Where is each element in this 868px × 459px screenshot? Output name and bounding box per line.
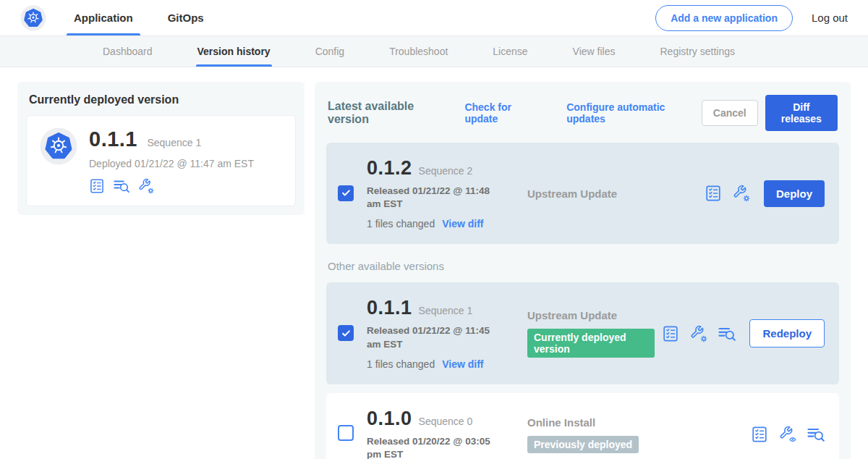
files-changed-label: 1 files changed — [367, 358, 435, 370]
lines-magnifier-icon[interactable] — [718, 325, 736, 342]
deployed-sequence-label: Sequence 1 — [147, 137, 201, 148]
files-changed-label: 1 files changed — [367, 218, 435, 230]
subnav-tab-config[interactable]: Config — [314, 36, 346, 67]
subnav-tab-dashboard[interactable]: Dashboard — [101, 36, 154, 67]
deployed-version-card: 0.1.1 Sequence 1 Deployed 01/21/22 @ 11:… — [26, 115, 296, 206]
logout-link[interactable]: Log out — [812, 12, 848, 24]
version-row-0.1.1: 0.1.1Sequence 1Released 01/21/22 @ 11:45… — [326, 282, 839, 384]
latest-version-title: Latest available version — [328, 100, 438, 126]
lines-magnifier-icon[interactable] — [807, 426, 825, 443]
released-timestamp: Released 01/21/22 @ 11:48 am EST — [367, 185, 504, 211]
diff-releases-button[interactable]: Diff releases — [765, 95, 838, 131]
deployed-timestamp: Deployed 01/21/22 @ 11:47 am EST — [89, 158, 254, 169]
released-timestamp: Released 01/21/22 @ 11:45 am EST — [367, 324, 504, 350]
tab-gitops[interactable]: GitOps — [161, 0, 211, 35]
version-number: 0.1.2 — [367, 157, 412, 179]
schedule-update-icon — [551, 106, 562, 119]
status-badge: Currently deployed version — [527, 329, 655, 358]
released-timestamp: Released 01/20/22 @ 03:05 pm EST — [367, 435, 504, 459]
subnav-tab-registry-settings[interactable]: Registry settings — [658, 36, 736, 67]
check-for-update-link[interactable]: Check for update — [449, 101, 534, 125]
version-source-label: Upstream Update — [527, 309, 655, 321]
configure-automatic-updates-label: Configure automatic updates — [566, 101, 684, 125]
currently-deployed-title: Currently deployed version — [29, 93, 293, 106]
version-checkbox-0.1.2[interactable] — [338, 185, 354, 201]
sequence-label: Sequence 1 — [419, 305, 473, 316]
wrench-gear-icon[interactable] — [138, 178, 154, 194]
subnav-tab-troubleshoot[interactable]: Troubleshoot — [388, 36, 449, 67]
redeploy-button[interactable]: Redeploy — [749, 319, 825, 348]
kubernetes-logo — [20, 0, 46, 35]
deployed-version-number: 0.1.1 — [89, 127, 137, 151]
lines-magnifier-icon[interactable] — [114, 178, 129, 194]
top-header: Application GitOps Add a new application… — [0, 0, 868, 36]
version-row-0.1.0: 0.1.0Sequence 0Released 01/20/22 @ 03:05… — [326, 393, 839, 459]
currently-deployed-panel: Currently deployed version 0.1.1 Sequenc… — [17, 82, 305, 215]
view-diff-link[interactable]: View diff — [442, 218, 483, 230]
version-number: 0.1.1 — [367, 297, 412, 319]
add-new-application-button[interactable]: Add a new application — [655, 5, 793, 31]
status-badge: Previously deployed — [527, 436, 639, 453]
version-row-0.1.2: 0.1.2Sequence 2Released 01/21/22 @ 11:48… — [326, 143, 839, 244]
version-source-label: Online Install — [527, 416, 744, 429]
checklist-icon[interactable] — [751, 426, 768, 443]
wrench-gear-icon[interactable] — [690, 325, 707, 342]
checklist-icon[interactable] — [662, 325, 679, 342]
version-checkbox-0.1.1[interactable] — [338, 325, 354, 341]
wrench-eye-icon[interactable] — [779, 426, 796, 443]
check-for-update-label: Check for update — [464, 101, 534, 125]
configure-automatic-updates-link[interactable]: Configure automatic updates — [551, 101, 684, 125]
main-content: Currently deployed version 0.1.1 Sequenc… — [0, 67, 868, 459]
version-source-label: Upstream Update — [527, 188, 697, 200]
tab-application[interactable]: Application — [67, 0, 140, 35]
checklist-icon[interactable] — [89, 178, 105, 194]
subnav-tab-license[interactable]: License — [491, 36, 529, 67]
subnav-tab-view-files[interactable]: View files — [571, 36, 617, 67]
cancel-button[interactable]: Cancel — [702, 100, 758, 126]
subnav-tab-version-history[interactable]: Version history — [196, 36, 272, 67]
wrench-gear-icon[interactable] — [733, 185, 750, 202]
view-diff-link[interactable]: View diff — [442, 358, 483, 370]
checklist-icon[interactable] — [705, 185, 722, 202]
deploy-button[interactable]: Deploy — [764, 180, 825, 207]
version-history-panel: Latest available version Check for updat… — [315, 82, 851, 459]
kubernetes-logo — [40, 127, 77, 194]
other-available-versions-label: Other available versions — [328, 260, 838, 272]
version-number: 0.1.0 — [367, 408, 412, 429]
version-checkbox-0.1.0[interactable] — [338, 425, 354, 441]
app-subnav: DashboardVersion historyConfigTroublesho… — [0, 36, 868, 67]
refresh-icon — [449, 106, 460, 119]
latest-version-header: Latest available version Check for updat… — [328, 95, 838, 131]
sequence-label: Sequence 0 — [419, 416, 473, 427]
sequence-label: Sequence 2 — [419, 165, 473, 177]
